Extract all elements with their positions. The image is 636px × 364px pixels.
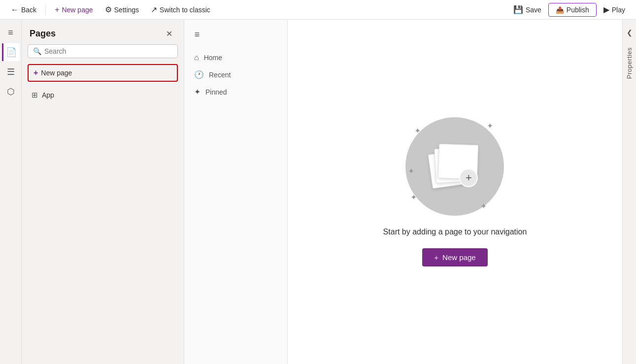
new-page-panel-button[interactable]: + New page <box>28 64 178 82</box>
switch-icon: ↗ <box>151 5 157 14</box>
page-item-icon: ⊞ <box>32 91 38 99</box>
hamburger-icon: ≡ <box>8 28 13 38</box>
topbar-right: 💾 Save 📤 Publish ▶ Play <box>508 2 630 17</box>
recent-icon: 🕐 <box>194 70 204 79</box>
back-icon: ← <box>11 5 19 14</box>
list-item[interactable]: ⊞ App <box>28 88 178 102</box>
nav-hamburger-icon: ≡ <box>195 30 200 40</box>
nav-item-home[interactable]: ⌂ Home <box>186 49 285 66</box>
sparkle-icon-2: ✦ <box>487 121 493 131</box>
properties-toggle-button[interactable]: ❮ <box>623 24 636 41</box>
pages-stack: + <box>428 142 482 191</box>
search-box: 🔍 <box>28 44 178 58</box>
separator <box>45 5 46 15</box>
rail-hamburger-button[interactable]: ≡ <box>2 24 20 41</box>
nav-item-label: Pinned <box>205 88 227 96</box>
new-page-topbar-button[interactable]: + New page <box>50 3 98 17</box>
nav-panel: ≡ ⌂ Home 🕐 Recent ✦ Pinned <box>184 20 288 364</box>
main-layout: ≡ 📄 ☰ ⬡ Pages ✕ 🔍 + New page ⊞ <box>0 20 636 364</box>
rail-layers-button[interactable]: ☰ <box>2 63 20 81</box>
search-icon: 🔍 <box>33 47 41 55</box>
add-circle-icon: + <box>459 168 478 187</box>
play-icon: ▶ <box>603 5 609 14</box>
pages-list: ⊞ App <box>22 86 184 364</box>
chevron-left-icon: ❮ <box>627 29 633 36</box>
pages-title: Pages <box>30 29 56 39</box>
canvas-empty-text: Start by adding a page to your navigatio… <box>383 228 527 236</box>
canvas-new-page-button[interactable]: + New page <box>422 248 487 266</box>
plus-icon: + <box>55 5 59 14</box>
topbar: ← Back + New page ⚙ Settings ↗ Switch to… <box>0 0 636 20</box>
publish-button[interactable]: 📤 Publish <box>548 3 597 17</box>
close-icon: ✕ <box>166 29 172 38</box>
sparkle-icon-4: ✦ <box>480 201 487 211</box>
components-icon: ⬡ <box>7 86 15 97</box>
nav-item-label: Home <box>204 54 222 62</box>
save-icon: 💾 <box>513 5 523 14</box>
home-icon: ⌂ <box>194 53 199 62</box>
canvas-content: ✦ ✦ ✦ ✦ ✦ + Start by adding a page to yo… <box>383 117 527 266</box>
sparkle-icon-1: ✦ <box>414 126 421 135</box>
properties-panel: ❮ Properties <box>622 20 636 364</box>
search-input[interactable] <box>44 47 172 55</box>
canvas-illustration: ✦ ✦ ✦ ✦ ✦ + <box>405 117 504 216</box>
rail-pages-button[interactable]: 📄 <box>2 43 20 61</box>
icon-rail: ≡ 📄 ☰ ⬡ <box>0 20 22 364</box>
canvas-area: ✦ ✦ ✦ ✦ ✦ + Start by adding a page to yo… <box>288 20 622 364</box>
close-pages-button[interactable]: ✕ <box>162 27 176 40</box>
settings-icon: ⚙ <box>105 5 112 14</box>
canvas-plus-icon: + <box>434 253 438 262</box>
properties-label[interactable]: Properties <box>626 47 633 79</box>
publish-icon: 📤 <box>556 6 564 14</box>
nav-menu-button[interactable]: ≡ <box>188 26 206 43</box>
play-button[interactable]: ▶ Play <box>599 2 630 17</box>
plus-icon: + <box>33 68 38 77</box>
sparkle-icon-5: ✦ <box>408 166 414 176</box>
page-item-label: App <box>42 91 54 99</box>
save-button[interactable]: 💾 Save <box>508 2 546 17</box>
pages-icon: 📄 <box>6 47 17 58</box>
topbar-left: ← Back + New page ⚙ Settings ↗ Switch to… <box>6 2 506 17</box>
settings-button[interactable]: ⚙ Settings <box>100 2 144 17</box>
pages-panel: Pages ✕ 🔍 + New page ⊞ App <box>22 20 184 364</box>
rail-components-button[interactable]: ⬡ <box>2 83 20 100</box>
pages-header: Pages ✕ <box>22 20 184 44</box>
layers-icon: ☰ <box>7 66 15 77</box>
nav-item-label: Recent <box>209 71 231 79</box>
pinned-icon: ✦ <box>194 87 201 97</box>
switch-classic-button[interactable]: ↗ Switch to classic <box>146 2 215 17</box>
back-button[interactable]: ← Back <box>6 3 41 17</box>
nav-item-pinned[interactable]: ✦ Pinned <box>186 83 285 100</box>
nav-item-recent[interactable]: 🕐 Recent <box>186 66 285 83</box>
sparkle-icon-3: ✦ <box>410 193 417 202</box>
